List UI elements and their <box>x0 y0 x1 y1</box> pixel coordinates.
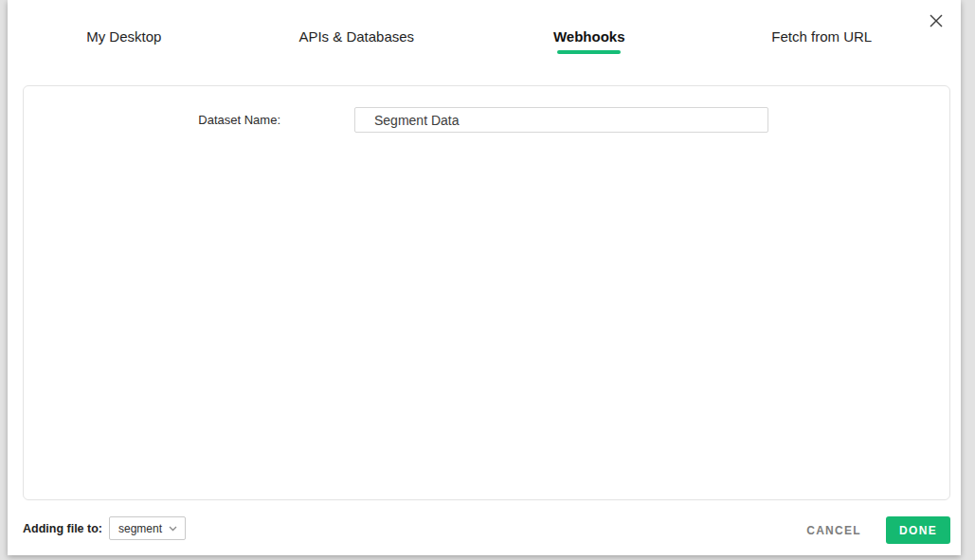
tab-label: My Desktop <box>86 27 161 47</box>
webhook-content-panel: Dataset Name: <box>23 85 950 500</box>
tab-label: APIs & Databases <box>298 27 414 47</box>
tab-label: Fetch from URL <box>771 27 872 47</box>
done-button[interactable]: DONE <box>886 516 950 544</box>
source-tabs: My Desktop APIs & Databases Webhooks Fet… <box>8 27 938 59</box>
folder-select-value: segment <box>118 522 162 535</box>
cancel-button[interactable]: CANCEL <box>803 518 865 543</box>
dataset-name-label: Dataset Name: <box>24 107 280 133</box>
tab-my-desktop[interactable]: My Desktop <box>8 27 241 59</box>
adding-file-section: Adding file to: segment <box>23 515 186 541</box>
tab-fetch-from-url[interactable]: Fetch from URL <box>706 27 939 59</box>
tab-apis-databases[interactable]: APIs & Databases <box>241 27 474 59</box>
dataset-name-input[interactable] <box>354 107 768 133</box>
chevron-down-icon <box>169 526 177 532</box>
footer-actions: CANCEL DONE <box>803 516 950 544</box>
folder-select[interactable]: segment <box>109 516 186 540</box>
tab-label: Webhooks <box>553 27 625 47</box>
add-dataset-modal: My Desktop APIs & Databases Webhooks Fet… <box>8 0 961 555</box>
tab-active-underline <box>557 50 621 54</box>
tab-webhooks[interactable]: Webhooks <box>473 27 706 59</box>
adding-file-label: Adding file to: <box>23 522 102 535</box>
